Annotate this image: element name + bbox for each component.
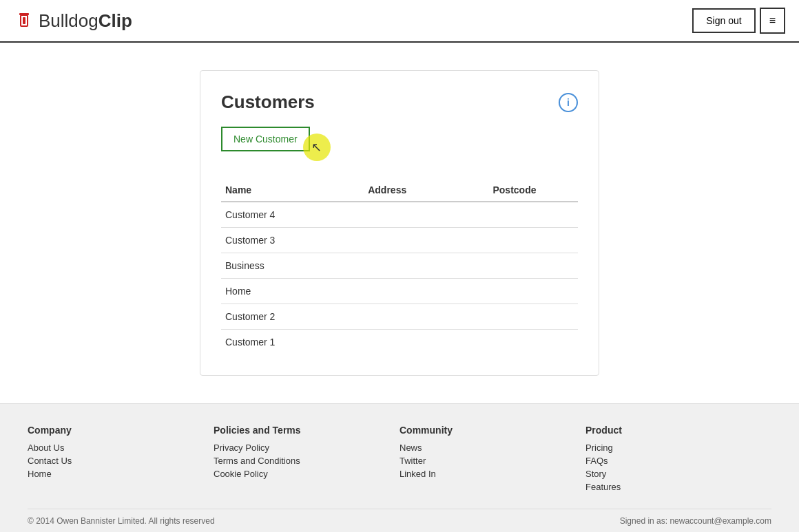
footer-link-story[interactable]: Story [585, 469, 771, 479]
main-content: Customers i New Customer ↖ Name Address … [0, 43, 799, 403]
header-buttons: Sign out ≡ [692, 8, 785, 34]
cell-address [364, 330, 488, 355]
page-title: Customers [221, 92, 315, 113]
cell-name: Customer 3 [221, 228, 364, 253]
cell-name: Customer 2 [221, 304, 364, 330]
cell-postcode [488, 202, 578, 228]
table-row[interactable]: Home [221, 279, 578, 304]
cell-address [364, 202, 488, 228]
info-icon[interactable]: i [559, 93, 578, 112]
cell-address [364, 304, 488, 330]
footer-community-title: Community [400, 425, 585, 436]
col-header-address: Address [364, 179, 488, 202]
table-row[interactable]: Customer 4 [221, 202, 578, 228]
footer-col-product: Product Pricing FAQs Story Features [585, 425, 771, 495]
customers-card: Customers i New Customer ↖ Name Address … [200, 70, 599, 376]
cell-address [364, 253, 488, 279]
footer-link-news[interactable]: News [400, 443, 585, 453]
card-header: Customers i [221, 92, 578, 113]
footer-col-policies: Policies and Terms Privacy Policy Terms … [214, 425, 400, 495]
table-header-row: Name Address Postcode [221, 179, 578, 202]
cell-address [364, 228, 488, 253]
svg-rect-2 [23, 17, 25, 24]
footer-company-title: Company [28, 425, 214, 436]
footer-link-cookie-policy[interactable]: Cookie Policy [214, 469, 400, 479]
signed-in-text: Signed in as: newaccount@example.com [620, 516, 771, 526]
cell-name: Home [221, 279, 364, 304]
table-row[interactable]: Customer 2 [221, 304, 578, 330]
footer-link-linkedin[interactable]: Linked In [400, 469, 585, 479]
footer-col-community: Community News Twitter Linked In [400, 425, 585, 495]
cell-name: Business [221, 253, 364, 279]
col-header-postcode: Postcode [488, 179, 578, 202]
footer-link-faqs[interactable]: FAQs [585, 456, 771, 466]
cell-address [364, 279, 488, 304]
logo: BulldogClip [14, 10, 132, 32]
footer-columns: Company About Us Contact Us Home Policie… [28, 425, 771, 495]
footer-link-features[interactable]: Features [585, 482, 771, 492]
logo-text: BulldogClip [39, 10, 132, 32]
footer-product-title: Product [585, 425, 771, 436]
col-header-name: Name [221, 179, 364, 202]
cell-postcode [488, 304, 578, 330]
footer: Company About Us Contact Us Home Policie… [0, 403, 799, 532]
table-row[interactable]: Customer 3 [221, 228, 578, 253]
footer-policies-title: Policies and Terms [214, 425, 400, 436]
table-row[interactable]: Customer 1 [221, 330, 578, 355]
footer-col-company: Company About Us Contact Us Home [28, 425, 214, 495]
logo-icon [14, 10, 34, 31]
new-customer-button[interactable]: New Customer [221, 127, 310, 151]
cell-postcode [488, 330, 578, 355]
footer-link-about-us[interactable]: About Us [28, 443, 214, 453]
sign-out-button[interactable]: Sign out [692, 8, 755, 33]
cell-name: Customer 1 [221, 330, 364, 355]
cell-postcode [488, 253, 578, 279]
footer-bottom: © 2014 Owen Bannister Limited. All right… [28, 509, 771, 526]
table-row[interactable]: Business [221, 253, 578, 279]
hamburger-button[interactable]: ≡ [760, 8, 785, 34]
header: BulldogClip Sign out ≡ [0, 0, 799, 43]
footer-link-twitter[interactable]: Twitter [400, 456, 585, 466]
footer-link-privacy-policy[interactable]: Privacy Policy [214, 443, 400, 453]
cell-name: Customer 4 [221, 202, 364, 228]
customers-table: Name Address Postcode Customer 4Customer… [221, 179, 578, 354]
cell-postcode [488, 228, 578, 253]
copyright-text: © 2014 Owen Bannister Limited. All right… [28, 516, 215, 526]
cell-postcode [488, 279, 578, 304]
footer-link-home[interactable]: Home [28, 469, 214, 479]
footer-link-terms[interactable]: Terms and Conditions [214, 456, 400, 466]
footer-link-pricing[interactable]: Pricing [585, 443, 771, 453]
footer-link-contact-us[interactable]: Contact Us [28, 456, 214, 466]
